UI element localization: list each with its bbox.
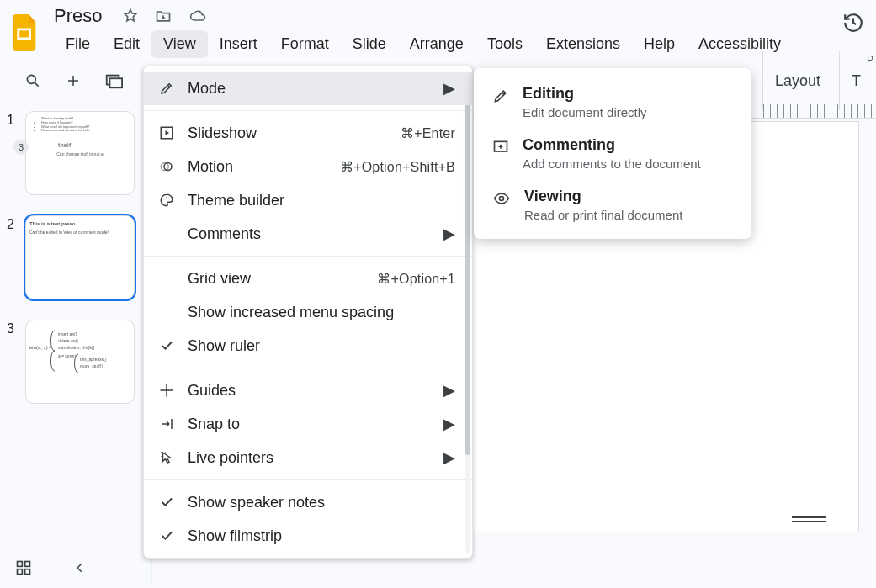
menu-item-grid-view[interactable]: Grid view ⌘+Option+1 (144, 262, 472, 295)
layout-button[interactable]: Layout (762, 51, 832, 110)
mode-option-viewing[interactable]: Viewing Read or print final document (474, 179, 751, 230)
menu-item-label: Show speaker notes (188, 494, 325, 511)
chevron-right-icon: ▶ (443, 415, 455, 433)
menu-item-label: Grid view (188, 270, 251, 288)
menu-item-label: Slideshow (188, 124, 257, 142)
menu-shortcut: ⌘+Enter (401, 125, 455, 141)
pencil-icon (492, 85, 509, 104)
pencil-icon (157, 81, 176, 96)
check-icon (157, 338, 176, 353)
slide-thumbnail-3[interactable]: 3 ien(a, x) =insert an()delete an()subst… (7, 320, 148, 404)
menu-item-speaker-notes[interactable]: Show speaker notes (144, 485, 472, 519)
menu-item-menu-spacing[interactable]: Show increased menu spacing (144, 295, 472, 329)
mode-option-desc: Add comments to the document (523, 156, 701, 171)
menu-insert[interactable]: Insert (208, 30, 269, 58)
document-title[interactable]: Preso (54, 5, 102, 27)
mode-option-title: Commenting (523, 136, 701, 154)
slides-app-icon[interactable] (8, 14, 42, 50)
svg-text:ien(a, x) =: ien(a, x) = (29, 345, 52, 350)
menu-file[interactable]: File (54, 30, 102, 58)
chevron-right-icon: ▶ (443, 448, 455, 467)
svg-point-20 (168, 199, 170, 200)
mode-option-editing[interactable]: Editing Edit document directly (474, 77, 751, 128)
guides-icon (157, 383, 176, 398)
menu-item-label: Live pointers (188, 449, 273, 467)
menu-shortcut: ⌘+Option+Shift+B (340, 159, 455, 175)
comment-add-icon (492, 136, 509, 156)
menu-item-slideshow[interactable]: Slideshow ⌘+Enter (144, 116, 472, 150)
star-icon[interactable] (122, 8, 139, 24)
menu-item-motion[interactable]: Motion ⌘+Option+Shift+B (144, 150, 472, 183)
menu-item-filmstrip[interactable]: Show filmstrip (144, 519, 472, 553)
mode-option-title: Viewing (524, 188, 682, 205)
menu-slide[interactable]: Slide (341, 30, 398, 58)
svg-point-22 (500, 197, 504, 201)
menu-item-label: Comments (188, 225, 261, 243)
version-history-icon[interactable] (842, 12, 864, 34)
new-slide-icon[interactable] (62, 70, 84, 92)
menu-shortcut: ⌘+Option+1 (377, 271, 455, 287)
check-icon (157, 528, 176, 543)
play-box-icon (157, 125, 176, 140)
speaker-notes-resize-handle[interactable] (792, 516, 826, 522)
svg-text:a = lorem: a = lorem (58, 353, 76, 358)
comment-count-badge[interactable]: 3 (13, 140, 29, 155)
svg-rect-14 (25, 569, 30, 575)
menu-item-guides[interactable]: Guides ▶ (144, 373, 472, 407)
svg-point-1 (27, 75, 35, 83)
menu-tools[interactable]: Tools (475, 30, 534, 58)
menu-arrange[interactable]: Arrange (398, 30, 475, 58)
chevron-right-icon: ▶ (443, 381, 455, 400)
menu-item-label: Show increased menu spacing (188, 304, 394, 321)
eye-icon (492, 188, 511, 207)
menu-item-label: Show ruler (188, 337, 260, 355)
menu-extensions[interactable]: Extensions (534, 30, 632, 58)
svg-rect-3 (109, 78, 122, 87)
move-to-folder-icon[interactable] (154, 8, 173, 24)
menu-item-mode[interactable]: Mode ▶ (144, 72, 472, 105)
motion-icon (157, 159, 176, 174)
menu-item-label: Guides (188, 382, 236, 400)
menu-edit[interactable]: Edit (102, 30, 151, 58)
menu-item-show-ruler[interactable]: Show ruler (144, 329, 472, 363)
mode-option-desc: Edit document directly (523, 105, 647, 119)
menu-format[interactable]: Format (269, 30, 341, 58)
svg-rect-11 (18, 562, 23, 567)
menu-item-comments[interactable]: Comments ▶ (144, 217, 472, 251)
menu-item-label: Mode (188, 80, 226, 98)
chevron-right-icon: ▶ (443, 225, 455, 243)
filmstrip[interactable]: 1 3 What is identity theft?How does it h… (0, 104, 151, 583)
snap-to-icon (157, 416, 176, 432)
new-slide-with-layout-icon[interactable] (103, 70, 125, 92)
svg-text:insert an(): insert an() (58, 331, 77, 336)
prev-slide-icon[interactable] (74, 559, 86, 576)
svg-text:delete an(): delete an() (58, 338, 78, 343)
svg-text:more_stuff(): more_stuff() (80, 363, 103, 368)
menu-item-live-pointers[interactable]: Live pointers ▶ (144, 441, 472, 474)
svg-point-19 (166, 197, 167, 199)
grid-view-icon[interactable] (15, 559, 32, 576)
search-menus-icon[interactable] (22, 70, 44, 92)
svg-text:substitute(x, this[k]): substitute(x, this[k]) (58, 345, 94, 350)
mode-submenu: Editing Edit document directly Commentin… (474, 68, 751, 239)
menu-item-snap-to[interactable]: Snap to ▶ (144, 407, 472, 441)
slide-thumbnail-2[interactable]: 2 This is a test preso Can't be edited i… (7, 215, 148, 299)
menu-view[interactable]: View (151, 30, 208, 58)
slide-thumbnail-1[interactable]: 1 3 What is identity theft?How does it h… (7, 111, 148, 195)
theme-button[interactable]: T (839, 51, 873, 110)
slide-number: 2 (7, 215, 19, 299)
mode-option-commenting[interactable]: Commenting Add comments to the document (474, 128, 751, 179)
menu-item-label: Snap to (188, 416, 240, 433)
menu-item-label: Motion (188, 158, 233, 176)
view-dropdown-menu: Mode ▶ Slideshow ⌘+Enter Motion ⌘+Option… (143, 66, 473, 559)
svg-text:this_aprefixk(): this_aprefixk() (80, 357, 107, 362)
svg-rect-13 (18, 569, 23, 575)
svg-rect-12 (25, 562, 30, 567)
menu-item-theme-builder[interactable]: Theme builder (144, 183, 472, 217)
check-icon (157, 495, 176, 510)
mode-option-title: Editing (523, 85, 647, 103)
menu-item-label: Show filmstrip (188, 527, 282, 545)
menu-help[interactable]: Help (632, 30, 687, 58)
cloud-status-icon[interactable] (188, 8, 208, 24)
slide-number: 3 (7, 320, 19, 404)
